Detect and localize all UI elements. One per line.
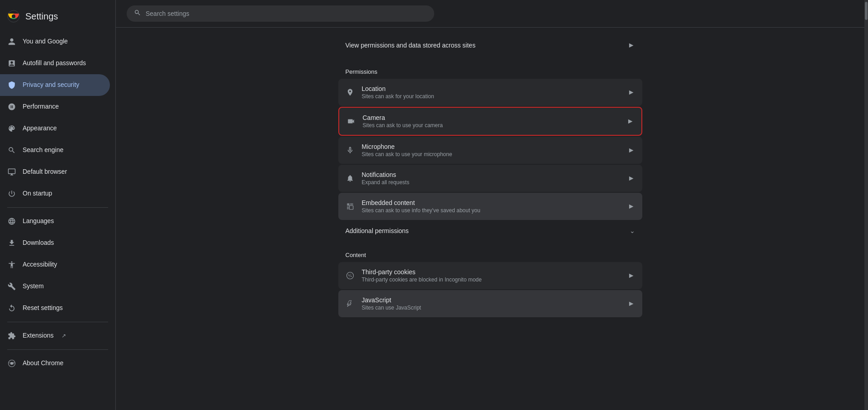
content-section: Content Third-party cookies Third-party … xyxy=(338,244,642,317)
view-permissions-text: View permissions and data stored across … xyxy=(346,42,476,49)
search-icon xyxy=(134,9,141,18)
svg-point-2 xyxy=(12,14,15,18)
third-party-cookies-left: Third-party cookies Third-party cookies … xyxy=(346,268,628,283)
scrollbar[interactable] xyxy=(864,0,868,410)
view-permissions-item[interactable]: View permissions and data stored across … xyxy=(338,35,642,56)
embedded-content-left: Embedded content Sites can ask to use in… xyxy=(346,199,628,214)
javascript-left: <> JavaScript Sites can use JavaScript xyxy=(346,296,628,311)
embedded-content-title: Embedded content xyxy=(362,199,480,206)
sidebar-label-default-browser: Default browser xyxy=(23,167,67,176)
additional-permissions-chevron: ⌄ xyxy=(630,227,635,234)
sidebar-label-you-and-google: You and Google xyxy=(23,37,68,46)
scroll-thumb[interactable] xyxy=(865,2,868,20)
third-party-cookies-text: Third-party cookies Third-party cookies … xyxy=(362,268,482,283)
sidebar-label-extensions: Extensions xyxy=(23,331,53,340)
javascript-subtitle: Sites can use JavaScript xyxy=(362,305,421,311)
sidebar-label-on-startup: On startup xyxy=(23,189,52,198)
sidebar-item-about-chrome[interactable]: About Chrome xyxy=(0,353,110,374)
sidebar-item-extensions[interactable]: Extensions ↗ xyxy=(0,325,110,347)
main-content: View permissions and data stored across … xyxy=(116,0,864,410)
svg-point-11 xyxy=(350,274,351,275)
microphone-icon xyxy=(346,146,355,155)
nav-divider-2 xyxy=(7,322,108,322)
notifications-icon xyxy=(346,174,355,183)
javascript-item[interactable]: <> JavaScript Sites can use JavaScript ► xyxy=(338,290,642,317)
svg-point-14 xyxy=(350,275,351,276)
microphone-left: Microphone Sites can ask to use your mic… xyxy=(346,143,628,157)
sidebar-label-reset-settings: Reset settings xyxy=(23,304,63,313)
sidebar-label-accessibility: Accessibility xyxy=(23,260,57,269)
microphone-title: Microphone xyxy=(362,143,452,150)
monitor-icon xyxy=(7,167,16,176)
embedded-content-icon xyxy=(346,202,355,211)
shield-icon xyxy=(7,81,16,90)
additional-permissions-row[interactable]: Additional permissions ⌄ xyxy=(338,221,642,241)
view-permissions-title: View permissions and data stored across … xyxy=(346,42,476,49)
camera-arrow: ► xyxy=(627,117,634,125)
view-permissions-arrow: ► xyxy=(628,41,635,49)
microphone-item[interactable]: Microphone Sites can ask to use your mic… xyxy=(338,137,642,164)
sidebar-item-search-engine[interactable]: Search engine xyxy=(0,139,110,161)
svg-point-10 xyxy=(348,275,349,276)
sidebar-label-privacy-security: Privacy and security xyxy=(23,81,79,90)
camera-title: Camera xyxy=(363,114,443,121)
embedded-content-text: Embedded content Sites can ask to use in… xyxy=(362,199,480,214)
javascript-icon: <> xyxy=(346,299,355,308)
sidebar-nav: You and Google Autofill and passwords Pr… xyxy=(0,29,115,410)
sidebar-item-reset-settings[interactable]: Reset settings xyxy=(0,297,110,319)
notifications-title: Notifications xyxy=(362,171,409,178)
sidebar-label-system: System xyxy=(23,282,44,291)
location-title: Location xyxy=(362,85,434,92)
autofill-icon xyxy=(7,59,16,68)
search-nav-icon xyxy=(7,146,16,155)
camera-item[interactable]: Camera Sites can ask to use your camera … xyxy=(338,107,642,136)
sidebar-item-accessibility[interactable]: Accessibility xyxy=(0,254,110,276)
download-icon xyxy=(7,238,16,248)
sidebar-item-appearance[interactable]: Appearance xyxy=(0,118,110,139)
microphone-arrow: ► xyxy=(628,146,635,154)
camera-left: Camera Sites can ask to use your camera xyxy=(346,114,627,129)
location-arrow: ► xyxy=(628,88,635,96)
chrome-logo-icon xyxy=(7,10,20,23)
location-left: Location Sites can ask for your location xyxy=(346,85,628,100)
content-header: Content xyxy=(338,244,642,262)
sidebar-label-autofill: Autofill and passwords xyxy=(23,59,86,68)
content-area: View permissions and data stored across … xyxy=(116,28,864,410)
palette-icon xyxy=(7,124,16,133)
sidebar: Settings You and Google Autofill and pas… xyxy=(0,0,116,410)
svg-point-13 xyxy=(349,277,350,277)
javascript-title: JavaScript xyxy=(362,296,421,304)
nav-divider-3 xyxy=(7,349,108,350)
sidebar-item-privacy-security[interactable]: Privacy and security xyxy=(0,74,110,96)
sidebar-item-languages[interactable]: Languages xyxy=(0,210,110,232)
gauge-icon xyxy=(7,102,16,111)
sidebar-item-you-and-google[interactable]: You and Google xyxy=(0,31,110,52)
sidebar-label-performance: Performance xyxy=(23,102,59,111)
svg-rect-7 xyxy=(347,206,349,210)
sidebar-item-default-browser[interactable]: Default browser xyxy=(0,161,110,183)
javascript-text: JavaScript Sites can use JavaScript xyxy=(362,296,421,311)
notifications-text: Notifications Expand all requests xyxy=(362,171,409,186)
permissions-section: Permissions Location Sites can ask for y… xyxy=(338,61,642,241)
sidebar-item-on-startup[interactable]: On startup xyxy=(0,183,110,205)
additional-permissions-label: Additional permissions xyxy=(346,227,409,234)
puzzle-icon xyxy=(7,331,16,340)
sidebar-item-autofill[interactable]: Autofill and passwords xyxy=(0,52,110,74)
search-bar-container xyxy=(116,0,864,28)
search-input[interactable] xyxy=(146,10,427,17)
sidebar-label-search-engine: Search engine xyxy=(23,146,63,155)
search-bar[interactable] xyxy=(127,5,434,22)
location-item[interactable]: Location Sites can ask for your location… xyxy=(338,79,642,106)
power-icon xyxy=(7,189,16,198)
embedded-content-item[interactable]: Embedded content Sites can ask to use in… xyxy=(338,193,642,220)
embedded-content-subtitle: Sites can ask to use info they've saved … xyxy=(362,207,480,214)
microphone-subtitle: Sites can ask to use your microphone xyxy=(362,151,452,157)
notifications-item[interactable]: Notifications Expand all requests ► xyxy=(338,165,642,192)
sidebar-item-downloads[interactable]: Downloads xyxy=(0,232,110,254)
notifications-subtitle: Expand all requests xyxy=(362,179,409,186)
sidebar-header: Settings xyxy=(0,4,115,29)
third-party-cookies-item[interactable]: Third-party cookies Third-party cookies … xyxy=(338,262,642,289)
sidebar-item-system[interactable]: System xyxy=(0,276,110,297)
sidebar-item-performance[interactable]: Performance xyxy=(0,96,110,118)
settings-title: Settings xyxy=(25,11,58,22)
